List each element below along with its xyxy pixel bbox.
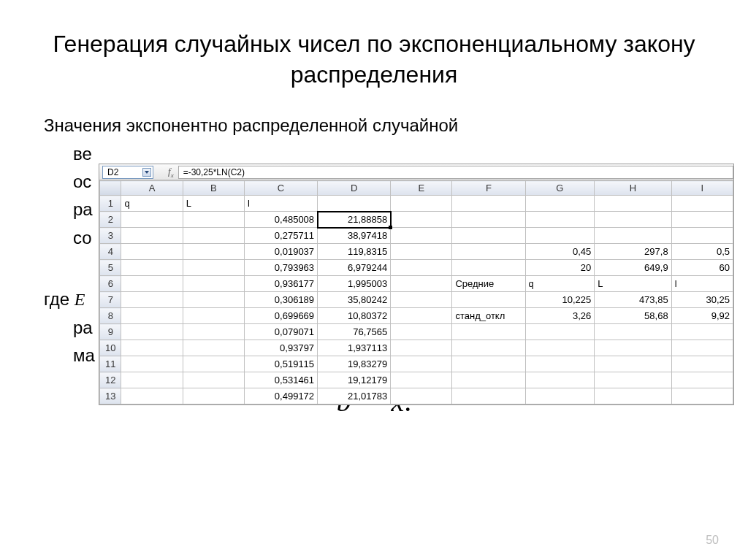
cell-I7[interactable]: 30,25 (671, 292, 733, 308)
cell-I13[interactable] (671, 388, 733, 404)
cell-C3[interactable]: 0,275711 (245, 228, 318, 244)
cell-C5[interactable]: 0,793963 (245, 260, 318, 276)
cell-G5[interactable]: 20 (525, 260, 595, 276)
cell-F10[interactable] (452, 340, 525, 356)
col-header-H[interactable]: H (595, 181, 671, 196)
cell-A2[interactable] (121, 212, 183, 228)
cell-G12[interactable] (525, 372, 595, 388)
cell-E12[interactable] (391, 372, 452, 388)
cell-G6[interactable]: q (525, 276, 595, 292)
cell-E6[interactable] (391, 276, 452, 292)
cell-F3[interactable] (452, 228, 525, 244)
cell-G4[interactable]: 0,45 (525, 244, 595, 260)
cell-C8[interactable]: 0,699669 (245, 308, 318, 324)
cell-F2[interactable] (452, 212, 525, 228)
row-header[interactable]: 11 (100, 356, 121, 372)
cell-B2[interactable] (183, 212, 244, 228)
cell-C10[interactable]: 0,93797 (245, 340, 318, 356)
cell-E2[interactable] (391, 212, 452, 228)
cell-H1[interactable] (595, 196, 671, 212)
cell-F13[interactable] (452, 388, 525, 404)
row-header[interactable]: 2 (100, 212, 121, 228)
cell-B11[interactable] (183, 356, 244, 372)
cell-H13[interactable] (595, 388, 671, 404)
cell-F8[interactable]: станд_откл (452, 308, 525, 324)
cell-E10[interactable] (391, 340, 452, 356)
cell-D6[interactable]: 1,995003 (318, 276, 391, 292)
fx-icon[interactable]: fx (168, 166, 174, 179)
cell-B1[interactable]: L (183, 196, 244, 212)
cell-C11[interactable]: 0,519115 (245, 356, 318, 372)
cell-H11[interactable] (595, 356, 671, 372)
col-header-E[interactable]: E (391, 181, 452, 196)
cell-I10[interactable] (671, 340, 733, 356)
cell-E1[interactable] (391, 196, 452, 212)
name-box[interactable]: D2 (102, 166, 153, 179)
cell-F6[interactable]: Средние (452, 276, 525, 292)
cell-A12[interactable] (121, 372, 183, 388)
cell-A3[interactable] (121, 228, 183, 244)
cell-E4[interactable] (391, 244, 452, 260)
cell-B12[interactable] (183, 372, 244, 388)
cell-C4[interactable]: 0,019037 (245, 244, 318, 260)
row-header[interactable]: 1 (100, 196, 121, 212)
cell-C12[interactable]: 0,531461 (245, 372, 318, 388)
cell-D13[interactable]: 21,01783 (318, 388, 391, 404)
cell-H10[interactable] (595, 340, 671, 356)
cell-D5[interactable]: 6,979244 (318, 260, 391, 276)
cell-A6[interactable] (121, 276, 183, 292)
cell-B7[interactable] (183, 292, 244, 308)
cell-I9[interactable] (671, 324, 733, 340)
col-header-F[interactable]: F (452, 181, 525, 196)
cell-B10[interactable] (183, 340, 244, 356)
cell-A4[interactable] (121, 244, 183, 260)
cell-E13[interactable] (391, 388, 452, 404)
cell-F4[interactable] (452, 244, 525, 260)
cell-E7[interactable] (391, 292, 452, 308)
cell-D7[interactable]: 35,80242 (318, 292, 391, 308)
cell-I4[interactable]: 0,5 (671, 244, 733, 260)
row-header[interactable]: 13 (100, 388, 121, 404)
cell-A13[interactable] (121, 388, 183, 404)
cell-G8[interactable]: 3,26 (525, 308, 595, 324)
cell-I3[interactable] (671, 228, 733, 244)
cell-G2[interactable] (525, 212, 595, 228)
cell-G13[interactable] (525, 388, 595, 404)
col-header-B[interactable]: B (183, 181, 244, 196)
cell-H7[interactable]: 473,85 (595, 292, 671, 308)
cell-F9[interactable] (452, 324, 525, 340)
cell-B13[interactable] (183, 388, 244, 404)
cell-I11[interactable] (671, 356, 733, 372)
cell-D11[interactable]: 19,83279 (318, 356, 391, 372)
cell-G1[interactable] (525, 196, 595, 212)
cell-B6[interactable] (183, 276, 244, 292)
cell-A5[interactable] (121, 260, 183, 276)
col-header-I[interactable]: I (671, 181, 733, 196)
cell-H6[interactable]: L (595, 276, 671, 292)
cell-B9[interactable] (183, 324, 244, 340)
cell-H2[interactable] (595, 212, 671, 228)
cell-A9[interactable] (121, 324, 183, 340)
cell-F7[interactable] (452, 292, 525, 308)
cell-C13[interactable]: 0,499172 (245, 388, 318, 404)
cell-F12[interactable] (452, 372, 525, 388)
cell-D10[interactable]: 1,937113 (318, 340, 391, 356)
cell-G3[interactable] (525, 228, 595, 244)
spreadsheet-grid[interactable]: A B C D E F G H I 1qLl20,48500821,888583… (99, 180, 733, 404)
cell-E11[interactable] (391, 356, 452, 372)
cell-D1[interactable] (318, 196, 391, 212)
cell-D3[interactable]: 38,97418 (318, 228, 391, 244)
col-header-D[interactable]: D (318, 181, 391, 196)
cell-H4[interactable]: 297,8 (595, 244, 671, 260)
cell-I6[interactable]: l (671, 276, 733, 292)
cell-C9[interactable]: 0,079071 (245, 324, 318, 340)
cell-B4[interactable] (183, 244, 244, 260)
cell-G10[interactable] (525, 340, 595, 356)
cell-I12[interactable] (671, 372, 733, 388)
cell-F11[interactable] (452, 356, 525, 372)
row-header[interactable]: 12 (100, 372, 121, 388)
cell-G11[interactable] (525, 356, 595, 372)
cell-A10[interactable] (121, 340, 183, 356)
cell-B3[interactable] (183, 228, 244, 244)
cell-D2[interactable]: 21,88858 (318, 212, 391, 228)
